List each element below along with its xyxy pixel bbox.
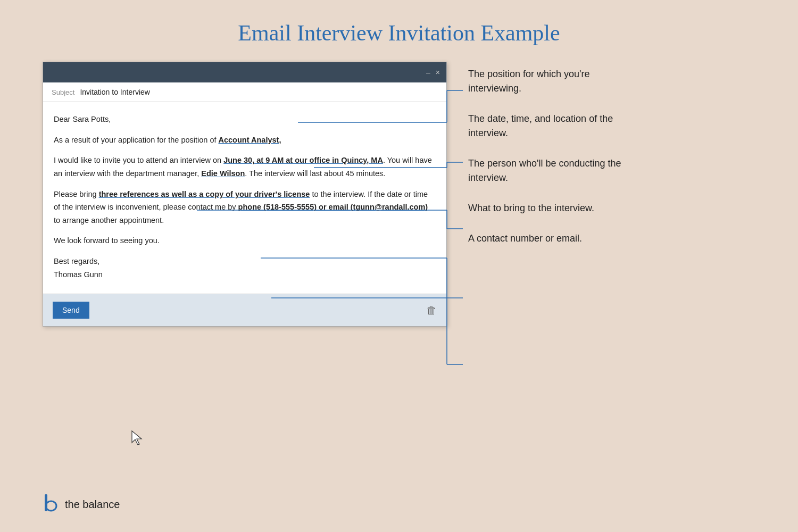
datetime-highlight: June 30, at 9 AM at our office in Quincy…: [223, 156, 383, 164]
paragraph2: I would like to invite you to attend an …: [54, 154, 436, 180]
interviewer-highlight: Edie Wilson: [201, 169, 245, 178]
bring-highlight: three references as well as a copy of yo…: [99, 190, 310, 198]
logo-area: the balance: [43, 493, 120, 516]
annotation-interviewer: The person who'll be conducting the inte…: [468, 156, 766, 185]
svg-marker-15: [132, 431, 142, 445]
annotation-datetime-text: The date, time, and location of the inte…: [468, 112, 628, 140]
close-button[interactable]: ×: [436, 68, 440, 77]
signature: Thomas Gunn: [54, 270, 103, 279]
subject-label: Subject: [52, 88, 74, 96]
contact-highlight: phone (518-555-5555) or email (tgunn@ran…: [238, 203, 428, 211]
annotation-position-text: The position for which you're interviewi…: [468, 67, 628, 96]
email-body: Dear Sara Potts, As a result of your app…: [43, 102, 446, 294]
paragraph4: We look forward to seeing you.: [54, 234, 436, 247]
subject-value: Invitation to Interview: [80, 88, 150, 96]
logo-icon: [43, 493, 60, 516]
page-title: Email Interview Invitation Example: [0, 0, 798, 62]
closing: Best regards, Thomas Gunn: [54, 255, 436, 281]
email-subject-bar: Subject Invitation to Interview: [43, 82, 446, 102]
paragraph1: As a result of your application for the …: [54, 134, 436, 147]
logo-text: the balance: [65, 498, 120, 511]
annotation-contact-text: A contact number or email.: [468, 231, 582, 246]
mouse-cursor: [131, 430, 144, 448]
annotation-contact: A contact number or email.: [468, 231, 766, 246]
email-footer: Send 🗑: [43, 294, 446, 326]
annotation-datetime: The date, time, and location of the inte…: [468, 112, 766, 140]
greeting: Dear Sara Potts,: [54, 113, 436, 126]
minimize-button[interactable]: –: [426, 68, 430, 77]
email-titlebar: – ×: [43, 62, 446, 82]
position-highlight: Account Analyst,: [219, 136, 281, 144]
annotation-bring: What to bring to the interview.: [468, 201, 766, 215]
trash-icon[interactable]: 🗑: [426, 304, 437, 317]
paragraph3: Please bring three references as well as…: [54, 188, 436, 227]
annotation-interviewer-text: The person who'll be conducting the inte…: [468, 156, 628, 185]
annotation-position: The position for which you're interviewi…: [468, 67, 766, 96]
email-window: – × Subject Invitation to Interview Dear…: [43, 62, 447, 327]
annotations-panel: The position for which you're interviewi…: [468, 62, 766, 262]
annotation-bring-text: What to bring to the interview.: [468, 201, 594, 215]
send-button[interactable]: Send: [53, 302, 89, 319]
main-layout: – × Subject Invitation to Interview Dear…: [0, 62, 798, 327]
